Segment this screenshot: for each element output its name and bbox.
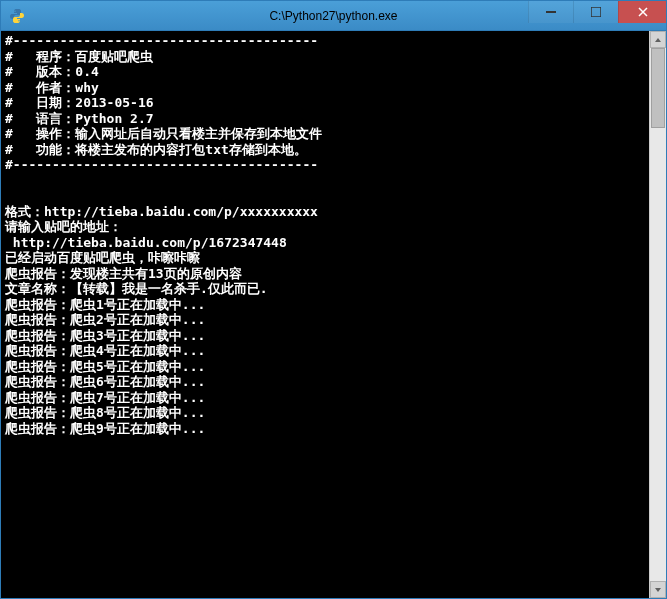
terminal-output: #---------------------------------------… <box>1 31 649 598</box>
terminal-wrapper: #---------------------------------------… <box>1 31 666 598</box>
minimize-button[interactable] <box>528 1 573 23</box>
scrollbar-up-button[interactable] <box>650 31 666 48</box>
svg-rect-1 <box>591 7 601 17</box>
console-window: C:\Python27\python.exe #----------------… <box>0 0 667 599</box>
window-controls <box>528 1 666 30</box>
vertical-scrollbar[interactable] <box>649 31 666 598</box>
window-title: C:\Python27\python.exe <box>269 9 397 23</box>
scrollbar-down-button[interactable] <box>650 581 666 598</box>
close-button[interactable] <box>618 1 666 23</box>
scrollbar-thumb[interactable] <box>651 48 665 128</box>
svg-rect-0 <box>546 11 556 13</box>
scrollbar-track[interactable] <box>650 48 666 581</box>
maximize-button[interactable] <box>573 1 618 23</box>
titlebar[interactable]: C:\Python27\python.exe <box>1 1 666 31</box>
python-icon <box>9 8 25 24</box>
